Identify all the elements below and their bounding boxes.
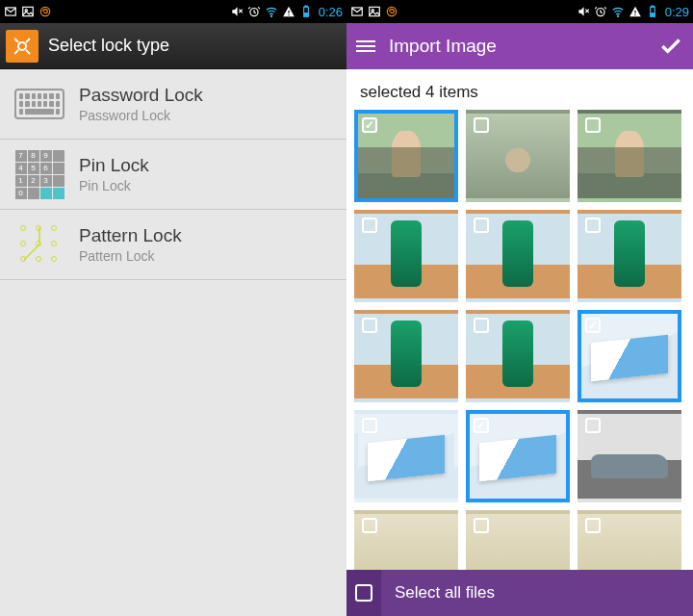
confirm-button[interactable]	[658, 34, 683, 59]
image-thumbnail[interactable]	[578, 310, 681, 402]
screen-lock-type: 0:26 Select lock type Password Lock Pass…	[0, 0, 346, 616]
svg-rect-22	[651, 13, 654, 16]
thumbnail-checkbox[interactable]	[585, 518, 601, 533]
image-thumbnail[interactable]	[354, 310, 458, 402]
app-bar: Select lock type	[0, 23, 346, 69]
screen-import-image: 0:29 Import Image selected 4 items Selec…	[346, 0, 693, 616]
image-thumbnail[interactable]	[578, 410, 681, 502]
svg-point-5	[270, 15, 271, 16]
image-thumbnail[interactable]	[466, 110, 570, 202]
image-thumbnail[interactable]	[354, 110, 458, 202]
picture-icon	[21, 5, 35, 18]
lock-option-pattern[interactable]: Pattern Lock Pattern Lock	[0, 210, 346, 280]
thumbnail-checkbox[interactable]	[474, 218, 489, 233]
swirl-icon	[38, 5, 52, 18]
svg-rect-6	[288, 11, 289, 13]
mute-icon	[577, 5, 590, 18]
thumbnail-checkbox[interactable]	[362, 318, 377, 333]
mail-icon	[350, 5, 364, 18]
svg-point-17	[617, 15, 618, 16]
svg-rect-9	[305, 6, 307, 7]
svg-point-11	[18, 42, 26, 50]
mail-icon	[4, 5, 17, 18]
svg-rect-1	[23, 7, 34, 15]
battery-icon	[299, 5, 313, 18]
thumbnail-checkbox[interactable]	[585, 218, 601, 233]
swirl-icon	[385, 5, 398, 18]
alarm-icon	[594, 5, 607, 18]
image-thumbnail[interactable]	[354, 410, 458, 502]
svg-rect-19	[634, 14, 635, 15]
pattern-icon	[13, 223, 65, 266]
select-all-label: Select all files	[395, 583, 495, 603]
alarm-icon	[247, 5, 261, 18]
thumbnail-checkbox[interactable]	[362, 218, 377, 233]
svg-point-3	[40, 7, 49, 15]
mute-icon	[230, 5, 244, 18]
wifi-icon	[611, 5, 625, 18]
lock-option-subtitle: Pattern Lock	[79, 248, 182, 264]
thumbnail-checkbox[interactable]	[362, 518, 377, 533]
thumbnail-checkbox[interactable]	[474, 418, 489, 433]
svg-rect-21	[652, 6, 654, 7]
image-thumbnail[interactable]	[578, 110, 681, 202]
lock-option-pin[interactable]: 789 456 123 0 Pin Lock Pin Lock	[0, 140, 346, 210]
lock-option-title: Pin Lock	[79, 155, 149, 176]
app-logo-icon	[6, 30, 38, 63]
thumbnail-checkbox[interactable]	[362, 418, 377, 433]
image-thumbnail[interactable]	[354, 210, 458, 302]
image-thumbnail[interactable]	[578, 210, 681, 302]
lock-option-subtitle: Password Lock	[79, 108, 203, 123]
select-all-bar[interactable]: Select all files	[346, 570, 693, 616]
svg-rect-10	[304, 13, 308, 16]
svg-rect-7	[288, 14, 289, 15]
thumbnail-checkbox[interactable]	[585, 117, 601, 133]
status-bar: 0:29	[346, 0, 693, 23]
thumbnail-checkbox[interactable]	[474, 117, 489, 133]
lock-type-list: Password Lock Password Lock 789 456 123 …	[0, 69, 346, 616]
clock-text: 0:29	[665, 5, 689, 19]
image-thumbnail[interactable]	[466, 310, 570, 402]
image-grid[interactable]	[346, 110, 693, 616]
battery-icon	[646, 5, 659, 18]
thumbnail-checkbox[interactable]	[585, 418, 601, 433]
clock-text: 0:26	[319, 5, 343, 19]
svg-rect-18	[634, 11, 635, 13]
pinpad-icon: 789 456 123 0	[13, 153, 65, 195]
thumbnail-checkbox[interactable]	[474, 318, 489, 333]
picture-icon	[368, 5, 381, 18]
menu-icon[interactable]	[356, 40, 375, 52]
thumbnail-checkbox[interactable]	[585, 318, 601, 333]
svg-point-15	[387, 7, 396, 15]
page-title: Import Image	[389, 36, 497, 57]
app-bar: Import Image	[346, 23, 693, 69]
wifi-icon	[265, 5, 278, 18]
lock-option-password[interactable]: Password Lock Password Lock	[0, 69, 346, 140]
status-bar: 0:26	[0, 0, 346, 23]
warn-icon	[629, 5, 642, 18]
lock-option-title: Password Lock	[79, 85, 203, 106]
image-thumbnail[interactable]	[466, 210, 570, 302]
lock-option-title: Pattern Lock	[79, 225, 182, 246]
selection-count-label: selected 4 items	[346, 69, 693, 110]
lock-option-subtitle: Pin Lock	[79, 178, 149, 193]
thumbnail-checkbox[interactable]	[362, 117, 377, 133]
warn-icon	[282, 5, 295, 18]
select-all-checkbox[interactable]	[346, 570, 381, 616]
svg-rect-13	[370, 7, 380, 15]
image-thumbnail[interactable]	[466, 410, 570, 502]
page-title: Select lock type	[48, 36, 169, 56]
keyboard-icon	[13, 83, 65, 125]
thumbnail-checkbox[interactable]	[474, 518, 489, 533]
